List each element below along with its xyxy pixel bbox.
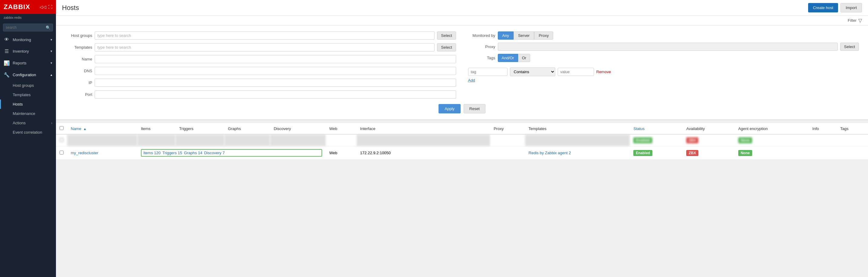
monitoring-label: Monitoring: [13, 37, 48, 42]
templates-label: Templates: [65, 45, 92, 50]
port-label: Port: [65, 92, 92, 97]
proxy-select-button[interactable]: Select: [840, 43, 859, 51]
row-triggers: [176, 134, 224, 146]
monitored-by-group: Any Server Proxy: [498, 31, 554, 40]
reports-label: Reports: [13, 61, 48, 65]
name-label: Name: [65, 57, 92, 61]
zbx-badge: ZBX: [686, 137, 698, 143]
none-badge: None: [738, 150, 752, 156]
tags-andor-button[interactable]: And/Or: [498, 54, 518, 62]
monitored-by-label: Monitored by: [468, 33, 495, 38]
row-availability: ZBX: [683, 146, 735, 160]
host-name-link[interactable]: my_rediscluster: [71, 151, 98, 155]
tag-name-input[interactable]: [468, 68, 507, 76]
logo-text: ZABBIX: [4, 3, 30, 11]
col-graphs: Graphs: [224, 123, 270, 134]
list-icon: ☰: [4, 49, 10, 54]
graphs-link[interactable]: Graphs 14: [184, 151, 202, 155]
dns-input[interactable]: [95, 67, 456, 75]
sidebar-item-actions[interactable]: Actions: [0, 118, 56, 128]
tag-value-input[interactable]: [558, 68, 594, 76]
row-stats: Items 120 Triggers 15 Graphs 14 Discover…: [137, 146, 326, 160]
col-agent-encryption: Agent encryption: [735, 123, 809, 134]
remove-tag-link[interactable]: Remove: [596, 69, 611, 74]
row-items: [137, 134, 176, 146]
triggers-link[interactable]: Triggers 15: [162, 151, 182, 155]
chevron-down-icon: ▾: [51, 49, 52, 53]
row-checkbox[interactable]: [60, 151, 63, 155]
sidebar-item-templates[interactable]: Templates: [0, 90, 56, 99]
create-host-button[interactable]: Create host: [808, 3, 838, 12]
content: Filter ▽ Host groups Select Templates Se…: [56, 16, 868, 277]
import-button[interactable]: Import: [840, 3, 862, 12]
col-interface: Interface: [356, 123, 490, 134]
none-badge: None: [738, 137, 752, 143]
monitored-proxy-button[interactable]: Proxy: [534, 31, 553, 40]
filter-grid: Host groups Select Templates Select Name: [65, 31, 859, 99]
table-row: my_rediscluster Items 120 Triggers 15 Gr…: [56, 146, 868, 160]
row-name: [67, 134, 137, 146]
chevron-down-icon: ▾: [51, 61, 52, 65]
templates-input[interactable]: [95, 43, 435, 52]
row-status: Enabled: [630, 134, 683, 146]
ip-row: IP: [65, 79, 456, 87]
tags-label: Tags: [468, 56, 495, 60]
monitored-by-row: Monitored by Any Server Proxy: [468, 31, 859, 40]
templates-select-button[interactable]: Select: [437, 43, 456, 52]
proxy-label: Proxy: [468, 44, 495, 49]
logo-controls: ◁◁ ⛶: [40, 4, 52, 9]
collapse-icon[interactable]: ◁◁: [40, 4, 46, 9]
tag-operator-select[interactable]: Contains Equals Does not contain Does no…: [510, 67, 555, 76]
proxy-input[interactable]: [498, 43, 838, 51]
row-info: [809, 146, 837, 160]
inventory-label: Inventory: [13, 49, 48, 54]
row-tags: [837, 146, 868, 160]
add-tag-link[interactable]: Add: [468, 78, 475, 83]
monitored-any-button[interactable]: Any: [498, 31, 514, 40]
sidebar-item-host-groups[interactable]: Host groups: [0, 81, 56, 90]
select-all-header: [56, 123, 67, 134]
sidebar-item-inventory[interactable]: ☰ Inventory ▾: [0, 45, 56, 57]
sidebar-item-reports[interactable]: 📊 Reports ▾: [0, 57, 56, 69]
status-badge: Enabled: [633, 150, 652, 156]
apply-button[interactable]: Apply: [438, 104, 461, 114]
expand-icon[interactable]: ⛶: [48, 4, 52, 9]
col-status[interactable]: Status: [630, 123, 683, 134]
table-row: Enabled ZBX None: [56, 134, 868, 146]
row-checkbox-cell: [56, 146, 67, 160]
sidebar-item-hosts[interactable]: Hosts: [0, 99, 56, 109]
topbar: Hosts Create host Import: [56, 0, 868, 16]
ip-input[interactable]: [95, 79, 456, 87]
row-web: Web: [326, 146, 356, 160]
monitored-server-button[interactable]: Server: [514, 31, 534, 40]
nav-section: 👁 Monitoring ▾ ☰ Inventory ▾ 📊 Reports ▾…: [0, 34, 56, 137]
items-link[interactable]: Items 120: [143, 151, 161, 155]
sidebar-logo: ZABBIX ◁◁ ⛶: [0, 0, 56, 14]
instance-label: zabbix-redis: [0, 14, 56, 21]
filter-icon[interactable]: ▽: [858, 18, 862, 23]
sidebar-item-configuration[interactable]: 🔧 Configuration ▴: [0, 69, 56, 81]
reset-button[interactable]: Reset: [464, 104, 486, 114]
sidebar-item-monitoring[interactable]: 👁 Monitoring ▾: [0, 34, 56, 45]
discovery-link[interactable]: Discovery 7: [204, 151, 225, 155]
row-graphs: [224, 134, 270, 146]
name-input[interactable]: [95, 55, 456, 63]
row-agent-encryption: None: [735, 134, 809, 146]
template-link[interactable]: Redis by Zabbix agent 2: [529, 151, 571, 155]
row-checkbox[interactable]: [60, 138, 63, 142]
col-name[interactable]: Name ▲: [67, 123, 137, 134]
sidebar-item-maintenance[interactable]: Maintenance: [0, 109, 56, 118]
tag-condition-row: Contains Equals Does not contain Does no…: [468, 67, 859, 76]
main-content: Hosts Create host Import Filter ▽ Host g…: [56, 0, 868, 277]
tags-group: And/Or Or: [498, 54, 530, 62]
eye-icon: 👁: [4, 37, 10, 42]
tags-or-button[interactable]: Or: [518, 54, 530, 62]
host-groups-select-button[interactable]: Select: [437, 31, 456, 40]
host-groups-input[interactable]: [95, 31, 435, 40]
port-input[interactable]: [95, 90, 456, 99]
select-all-checkbox[interactable]: [60, 126, 63, 130]
col-items: Items: [137, 123, 176, 134]
filter-right: Monitored by Any Server Proxy Proxy Sele…: [468, 31, 859, 99]
sidebar-item-event-correlation[interactable]: Event correlation: [0, 128, 56, 137]
row-templates: [525, 134, 630, 146]
